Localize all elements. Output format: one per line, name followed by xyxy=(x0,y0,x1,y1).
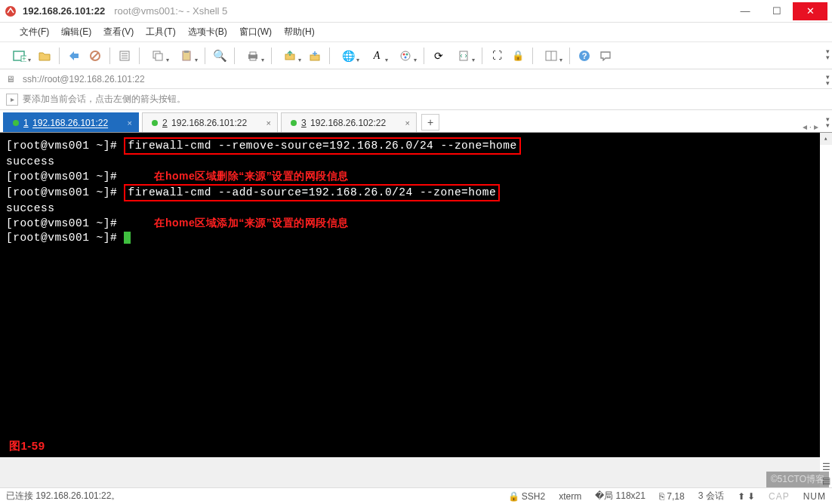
reconnect-button[interactable] xyxy=(64,46,84,66)
separator xyxy=(569,48,570,64)
tab-number: 2 xyxy=(162,118,168,128)
prompt: [root@vms001 ~]# xyxy=(6,217,124,229)
window-controls: — ☐ ✕ xyxy=(729,2,827,20)
terminal-output: success xyxy=(6,155,826,169)
status-position: 7,18 xyxy=(667,491,684,502)
tab-close-icon[interactable]: × xyxy=(267,118,271,128)
side-strip: ☰ ▤ xyxy=(820,145,832,487)
title-bar: 192.168.26.101:22 root@vms001:~ - Xshell… xyxy=(0,0,832,23)
properties-button[interactable] xyxy=(115,46,134,66)
hint-text: 要添加当前会话，点击左侧的箭头按钮。 xyxy=(23,93,186,106)
prompt: [root@vms001 ~]# xyxy=(6,140,124,152)
svg-rect-15 xyxy=(250,52,256,55)
menu-file[interactable]: 文件(F) xyxy=(15,23,54,41)
menu-tabs[interactable]: 选项卡(B) xyxy=(183,23,232,41)
connection-status-icon xyxy=(13,120,19,126)
annotation-1: 在home区域删除“来源”设置的网段信息 xyxy=(154,170,348,182)
terminal-cursor xyxy=(124,232,131,244)
menu-window[interactable]: 窗口(W) xyxy=(235,23,276,41)
svg-point-21 xyxy=(406,53,408,55)
session-tab-3[interactable]: 3 192.168.26.102:22 × xyxy=(281,112,417,132)
encoding-button[interactable]: 🌐 xyxy=(334,46,362,66)
session-tab-2[interactable]: 2 192.168.26.101:22 × xyxy=(142,112,278,132)
toolbar-overflow[interactable]: ▾▾ xyxy=(826,48,830,60)
color-scheme-button[interactable] xyxy=(392,46,419,66)
tab-overflow[interactable]: ▾▾ xyxy=(826,116,830,128)
minimize-button[interactable]: — xyxy=(729,2,761,20)
prompt: [root@vms001 ~]# xyxy=(6,171,124,183)
highlighted-command-1: firewall-cmd --remove-source=192.168.26.… xyxy=(124,137,520,155)
disconnect-button[interactable] xyxy=(85,46,105,66)
feedback-button[interactable] xyxy=(596,46,615,66)
separator xyxy=(59,48,60,64)
hint-bar: ▸ 要添加当前会话，点击左侧的箭头按钮。 xyxy=(0,89,832,110)
refresh-button[interactable]: ⟳ xyxy=(429,46,448,66)
find-button[interactable]: 🔍 xyxy=(210,46,230,66)
window-title-sub: root@vms001:~ - Xshell 5 xyxy=(114,5,227,17)
xftp-button[interactable] xyxy=(305,46,325,66)
separator xyxy=(532,48,533,64)
separator xyxy=(234,48,235,64)
status-num: NUM xyxy=(803,491,826,502)
svg-point-22 xyxy=(405,56,407,58)
menu-tools[interactable]: 工具(T) xyxy=(141,23,180,41)
status-size: 118x21 xyxy=(616,490,646,501)
svg-rect-13 xyxy=(184,51,189,53)
paste-button[interactable] xyxy=(173,46,200,66)
terminal[interactable]: [root@vms001 ~]# firewall-cmd --remove-s… xyxy=(0,133,832,457)
svg-rect-16 xyxy=(250,58,256,60)
svg-text:+: + xyxy=(22,55,26,62)
new-session-button[interactable]: + xyxy=(6,46,33,66)
separator xyxy=(205,48,205,64)
svg-point-20 xyxy=(403,53,405,55)
svg-line-5 xyxy=(92,53,98,59)
script-button[interactable] xyxy=(450,46,477,66)
layout-button[interactable] xyxy=(538,46,565,66)
address-text: ssh://root@192.168.26.101:22 xyxy=(23,74,145,85)
lock-icon: 🖥 xyxy=(6,74,18,85)
prompt: [root@vms001 ~]# xyxy=(6,186,124,198)
open-button[interactable] xyxy=(35,46,54,66)
separator xyxy=(329,48,330,64)
toolbar: + 🔍 🌐 A ⟳ ⛶ 🔒 ? ▾▾ xyxy=(0,42,832,69)
new-tab-button[interactable]: + xyxy=(421,114,439,131)
tab-close-icon[interactable]: × xyxy=(405,118,410,128)
font-button[interactable]: A xyxy=(363,46,390,66)
tab-close-icon[interactable]: × xyxy=(128,118,132,128)
connection-status-icon xyxy=(152,120,158,126)
svg-rect-18 xyxy=(310,55,319,60)
add-session-icon[interactable]: ▸ xyxy=(6,94,18,106)
address-overflow[interactable]: ▾▾ xyxy=(826,74,830,86)
watermark: ©51CTO博客 xyxy=(766,472,829,487)
maximize-button[interactable]: ☐ xyxy=(761,2,793,20)
scroll-up-icon[interactable]: ▴ xyxy=(820,133,832,145)
status-protocol: SSH2 xyxy=(522,491,545,502)
help-button[interactable]: ? xyxy=(575,46,594,66)
fullscreen-button[interactable]: ⛶ xyxy=(487,46,507,66)
tab-nav-buttons[interactable]: ◂·▸ xyxy=(803,121,818,132)
separator xyxy=(139,48,140,64)
menu-view[interactable]: 查看(V) xyxy=(99,23,138,41)
lock-button[interactable]: 🔒 xyxy=(508,46,528,66)
window-title-main: 192.168.26.101:22 xyxy=(23,5,105,17)
prompt: [root@vms001 ~]# xyxy=(6,232,124,244)
separator xyxy=(109,48,110,64)
copy-button[interactable] xyxy=(144,46,171,66)
terminal-output: success xyxy=(6,201,826,216)
side-icon[interactable]: ☰ xyxy=(822,462,830,472)
tab-label: 192.168.26.101:22 xyxy=(171,118,247,128)
status-connection: 已连接 192.168.26.101:22。 xyxy=(6,490,120,502)
close-button[interactable]: ✕ xyxy=(793,2,827,20)
menu-edit[interactable]: 编辑(E) xyxy=(57,23,96,41)
print-button[interactable] xyxy=(239,46,267,66)
address-bar[interactable]: 🖥 ssh://root@192.168.26.101:22 ▾▾ xyxy=(0,69,832,89)
tab-label: 192.168.26.101:22 xyxy=(32,118,108,128)
status-sessions: 3 会话 xyxy=(698,490,724,502)
session-tab-1[interactable]: 1 192.168.26.101:22 × xyxy=(3,112,139,132)
separator xyxy=(482,48,482,64)
figure-label: 图1-59 xyxy=(9,438,45,453)
tab-number: 3 xyxy=(301,118,307,128)
transfer-button[interactable] xyxy=(276,46,304,66)
separator xyxy=(424,48,424,64)
menu-help[interactable]: 帮助(H) xyxy=(279,23,319,41)
